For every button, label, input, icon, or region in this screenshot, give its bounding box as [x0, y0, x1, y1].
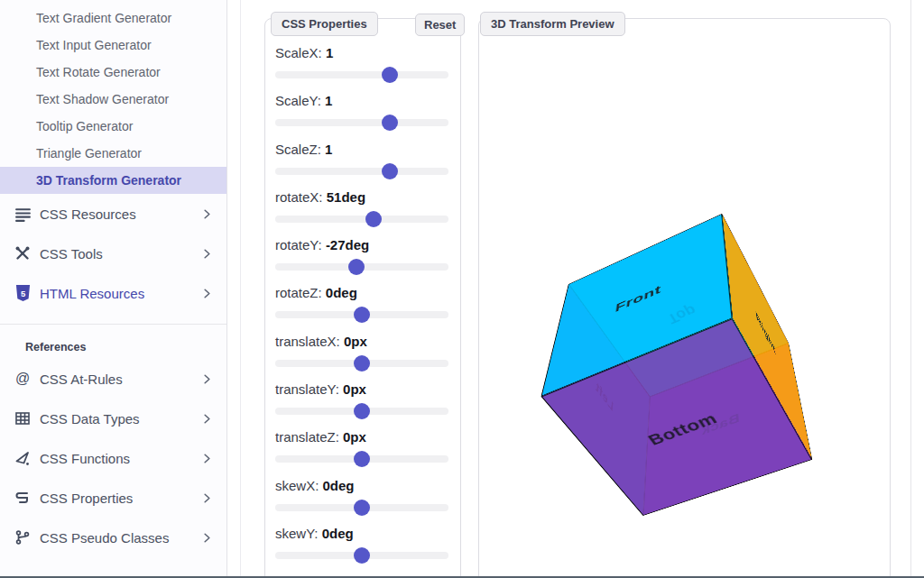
scalex-value-label: ScaleX: 1: [275, 45, 448, 63]
slider-row-scalex: ScaleX: 1: [275, 45, 448, 93]
css-properties-tab: CSS Properties: [271, 12, 378, 36]
sidebar-reference-css-functions[interactable]: CSS Functions: [0, 438, 226, 478]
cube-face-label: Right: [755, 308, 777, 357]
scalex-slider[interactable]: [275, 71, 448, 78]
table-icon: [13, 410, 32, 427]
skewy-slider-thumb[interactable]: [354, 547, 370, 564]
scalez-value-label: ScaleZ: 1: [275, 142, 448, 160]
sidebar-item-tooltip-generator[interactable]: Tooltip Generator: [0, 113, 226, 140]
translatez-slider[interactable]: [275, 455, 448, 463]
references-title: References: [25, 341, 226, 353]
sidebar-item-text-rotate-generator[interactable]: Text Rotate Generator: [0, 59, 226, 86]
sidebar-reference-label: CSS At-Rules: [40, 372, 200, 387]
rotatex-value-label: rotateX: 51deg: [275, 189, 448, 207]
rotatex-slider[interactable]: [275, 216, 448, 223]
rotatez-slider-thumb[interactable]: [354, 307, 370, 323]
skewx-value-label: skewX: 0deg: [275, 478, 448, 496]
sidebar-reference-label: CSS Data Types: [40, 411, 200, 427]
html5-icon: 5: [13, 285, 32, 302]
cube-face-label: Bottom: [644, 409, 720, 448]
skewx-slider[interactable]: [275, 504, 448, 511]
list-icon: [13, 206, 32, 223]
sidebar-item-text-shadow-generator[interactable]: Text Shadow Generator: [0, 86, 226, 113]
cube-face-label: Front: [614, 282, 661, 315]
translatex-value-label: translateX: 0px: [275, 334, 448, 352]
sidebar-item-text-gradient-generator[interactable]: Text Gradient Generator: [0, 5, 226, 32]
transform-preview-scene: FrontBackRightLeftTopBottom: [592, 276, 772, 456]
rotatez-value-label: rotateZ: 0deg: [275, 285, 448, 303]
slider-row-skewy: skewY: 0deg: [275, 526, 448, 573]
slider-row-translatez: translateZ: 0px: [275, 429, 448, 477]
slider-row-translatex: translateX: 0px: [275, 334, 448, 381]
rotatex-slider-thumb[interactable]: [365, 211, 382, 227]
transform-preview-cube: FrontBackRightLeftTopBottom: [596, 283, 776, 461]
slider-row-translatey: translateY: 0px: [275, 381, 448, 429]
tools-icon: [13, 245, 32, 261]
translatex-slider[interactable]: [275, 360, 448, 367]
sidebar-reference-css-at-rules[interactable]: @CSS At-Rules: [0, 359, 226, 399]
sidebar-section-label: HTML Resources: [40, 286, 200, 301]
sidebar-section-label: CSS Resources: [40, 206, 200, 222]
translatey-slider-thumb[interactable]: [354, 403, 370, 419]
chevron-right-icon: [200, 452, 214, 465]
references-list: @CSS At-RulesCSS Data TypesCSS Functions…: [0, 359, 226, 557]
at-icon: @: [13, 372, 32, 386]
skewy-value-label: skewY: 0deg: [275, 526, 448, 544]
content-left-divider: [240, 0, 241, 576]
svg-text:5: 5: [20, 288, 24, 298]
sidebar-item-text-input-generator[interactable]: Text Input Generator: [0, 32, 226, 59]
chevron-right-icon: [200, 531, 214, 545]
chevron-right-icon: [200, 207, 214, 221]
slider-list: ScaleX: 1ScaleY: 1ScaleZ: 1rotateX: 51de…: [275, 45, 448, 573]
rotatey-slider[interactable]: [275, 263, 448, 271]
generator-list: Text Gradient GeneratorText Input Genera…: [0, 0, 226, 194]
rotatez-slider[interactable]: [275, 311, 448, 318]
skewy-slider[interactable]: [275, 552, 448, 559]
sidebar-reference-label: CSS Pseudo Classes: [40, 530, 200, 546]
slider-row-rotatex: rotateX: 51deg: [275, 189, 448, 237]
scalez-slider[interactable]: [275, 168, 448, 175]
sidebar-section-html-resources[interactable]: 5HTML Resources: [0, 273, 226, 313]
sidebar-item-3d-transform-generator[interactable]: 3D Transform Generator: [0, 167, 226, 194]
css-icon: [13, 490, 32, 506]
slider-row-rotatey: rotateY: -27deg: [275, 237, 448, 285]
translatey-value-label: translateY: 0px: [275, 381, 448, 399]
sidebar-divider: [0, 324, 226, 325]
functions-icon: [13, 450, 32, 466]
slider-row-rotatez: rotateZ: 0deg: [275, 285, 448, 333]
scalez-slider-thumb[interactable]: [382, 163, 398, 179]
sidebar-section-css-resources[interactable]: CSS Resources: [0, 194, 226, 234]
skewx-slider-thumb[interactable]: [354, 500, 370, 516]
translatez-value-label: translateZ: 0px: [275, 429, 448, 447]
scaley-slider[interactable]: [275, 119, 448, 126]
slider-row-scaley: ScaleY: 1: [275, 93, 448, 141]
preview-panel: FrontBackRightLeftTopBottom: [478, 18, 891, 578]
rotatey-value-label: rotateY: -27deg: [275, 237, 448, 255]
sidebar: Text Gradient GeneratorText Input Genera…: [0, 0, 227, 576]
section-list: CSS ResourcesCSS Tools5HTML Resources: [0, 194, 226, 313]
translatex-slider-thumb[interactable]: [354, 355, 370, 372]
sidebar-reference-css-data-types[interactable]: CSS Data Types: [0, 399, 226, 438]
chevron-right-icon: [200, 247, 214, 261]
chevron-right-icon: [200, 412, 214, 426]
preview-tab: 3D Transform Preview: [480, 12, 625, 36]
slider-row-skewx: skewX: 0deg: [275, 478, 448, 526]
sidebar-reference-label: CSS Functions: [40, 451, 200, 466]
scaley-value-label: ScaleY: 1: [275, 93, 448, 111]
chevron-right-icon: [200, 287, 214, 300]
sidebar-reference-css-properties[interactable]: CSS Properties: [0, 478, 226, 518]
rotatey-slider-thumb[interactable]: [348, 259, 365, 275]
sidebar-reference-css-pseudo-classes[interactable]: CSS Pseudo Classes: [0, 518, 226, 557]
chevron-right-icon: [200, 372, 214, 386]
chevron-right-icon: [200, 491, 214, 505]
sidebar-item-triangle-generator[interactable]: Triangle Generator: [0, 140, 226, 167]
reset-button[interactable]: Reset: [415, 14, 465, 36]
scrollbar-track[interactable]: [910, 0, 911, 578]
translatey-slider[interactable]: [275, 408, 448, 415]
translatez-slider-thumb[interactable]: [354, 451, 370, 467]
sidebar-section-css-tools[interactable]: CSS Tools: [0, 234, 226, 273]
sidebar-reference-label: CSS Properties: [40, 491, 200, 506]
scalex-slider-thumb[interactable]: [382, 67, 398, 83]
slider-row-scalez: ScaleZ: 1: [275, 142, 448, 189]
scaley-slider-thumb[interactable]: [382, 115, 398, 131]
